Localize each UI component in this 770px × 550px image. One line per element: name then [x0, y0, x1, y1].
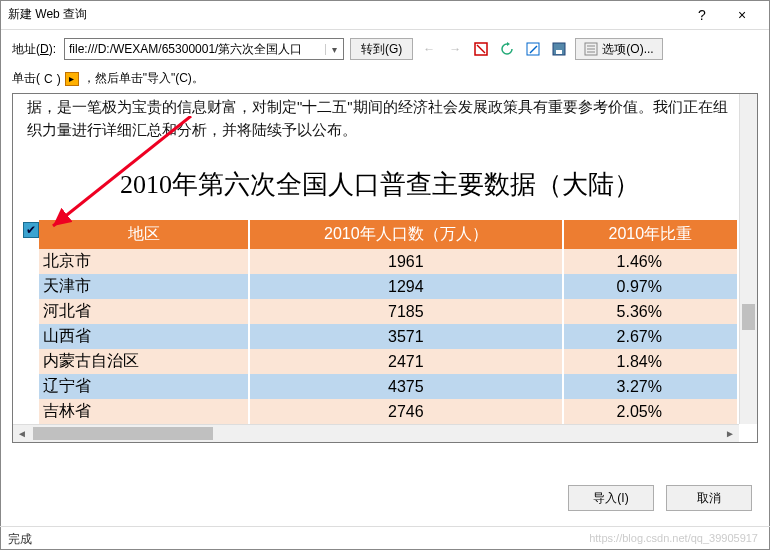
cell-region: 辽宁省 [39, 374, 249, 399]
instruction-bar: 单击(C) ▸ ，然后单击"导入"(C)。 [0, 68, 770, 93]
cell-region: 山西省 [39, 324, 249, 349]
scroll-thumb[interactable] [742, 304, 755, 330]
cell-weight: 3.27% [563, 374, 738, 399]
cancel-button[interactable]: 取消 [666, 485, 752, 511]
select-marker-icon: ▸ [65, 72, 79, 86]
table-row: 北京市19611.46% [39, 249, 738, 274]
options-button[interactable]: 选项(O)... [575, 38, 662, 60]
chevron-down-icon[interactable]: ▾ [325, 44, 343, 55]
table-row: 内蒙古自治区24711.84% [39, 349, 738, 374]
cell-pop: 7185 [249, 299, 563, 324]
table-row: 辽宁省43753.27% [39, 374, 738, 399]
edit-icon[interactable] [523, 39, 543, 59]
cell-weight: 2.05% [563, 399, 738, 424]
web-content-frame: 据，是一笔极为宝贵的信息财富，对制定"十二五"期间的经济社会发展政策具有重要参考… [12, 93, 758, 443]
cell-weight: 0.97% [563, 274, 738, 299]
cell-weight: 1.84% [563, 349, 738, 374]
cell-weight: 1.46% [563, 249, 738, 274]
table-row: 山西省35712.67% [39, 324, 738, 349]
cell-region: 天津市 [39, 274, 249, 299]
address-label: 地址(D): [12, 41, 56, 58]
scroll-right-icon[interactable]: ► [721, 425, 739, 442]
cell-pop: 1294 [249, 274, 563, 299]
cell-pop: 3571 [249, 324, 563, 349]
refresh-icon[interactable] [497, 39, 517, 59]
page-heading: 2010年第六次全国人口普查主要数据（大陆） [21, 167, 739, 202]
cell-pop: 2471 [249, 349, 563, 374]
window-title: 新建 Web 查询 [8, 6, 682, 23]
status-text: 完成 [8, 532, 32, 546]
scroll-left-icon[interactable]: ◄ [13, 425, 31, 442]
cell-pop: 1961 [249, 249, 563, 274]
cell-region: 内蒙古自治区 [39, 349, 249, 374]
close-button[interactable]: × [722, 7, 762, 23]
scroll-thumb[interactable] [33, 427, 213, 440]
body-paragraph: 据，是一笔极为宝贵的信息财富，对制定"十二五"期间的经济社会发展政策具有重要参考… [21, 94, 739, 149]
cell-pop: 2746 [249, 399, 563, 424]
address-input[interactable] [65, 39, 325, 59]
col-pop: 2010年人口数（万人） [249, 220, 563, 249]
population-table: 地区 2010年人口数（万人） 2010年比重 北京市19611.46%天津市1… [39, 220, 739, 424]
dialog-footer: 导入(I) 取消 [0, 478, 770, 518]
svg-rect-5 [556, 50, 562, 54]
import-button[interactable]: 导入(I) [568, 485, 654, 511]
col-weight: 2010年比重 [563, 220, 738, 249]
toolbar: 地址(D): ▾ 转到(G) ← → 选项(O)... [0, 30, 770, 68]
col-region: 地区 [39, 220, 249, 249]
cell-weight: 5.36% [563, 299, 738, 324]
titlebar: 新建 Web 查询 ? × [0, 0, 770, 30]
cell-pop: 4375 [249, 374, 563, 399]
table-select-marker[interactable] [23, 222, 39, 238]
cell-region: 北京市 [39, 249, 249, 274]
table-header-row: 地区 2010年人口数（万人） 2010年比重 [39, 220, 738, 249]
table-row: 吉林省27462.05% [39, 399, 738, 424]
watermark: https://blog.csdn.net/qq_39905917 [589, 532, 758, 544]
stop-icon[interactable] [471, 39, 491, 59]
table-row: 河北省71855.36% [39, 299, 738, 324]
svg-line-3 [530, 46, 537, 53]
cell-region: 河北省 [39, 299, 249, 324]
horizontal-scrollbar[interactable]: ◄ ► [13, 424, 739, 442]
cell-region: 吉林省 [39, 399, 249, 424]
vertical-scrollbar[interactable] [739, 94, 757, 424]
back-icon[interactable]: ← [419, 39, 439, 59]
options-icon [584, 42, 598, 56]
go-button[interactable]: 转到(G) [350, 38, 413, 60]
forward-icon[interactable]: → [445, 39, 465, 59]
svg-line-1 [477, 45, 485, 53]
help-button[interactable]: ? [682, 7, 722, 23]
cell-weight: 2.67% [563, 324, 738, 349]
table-row: 天津市12940.97% [39, 274, 738, 299]
address-combo[interactable]: ▾ [64, 38, 344, 60]
save-icon[interactable] [549, 39, 569, 59]
